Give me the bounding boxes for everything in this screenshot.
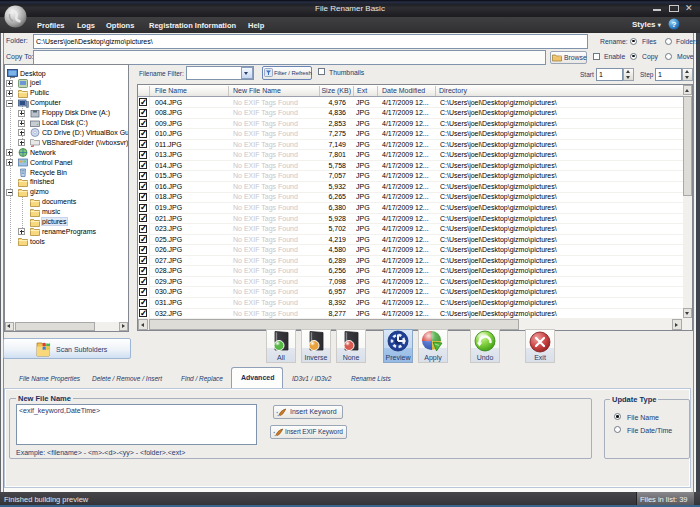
svg-text:?: ? xyxy=(672,20,677,29)
